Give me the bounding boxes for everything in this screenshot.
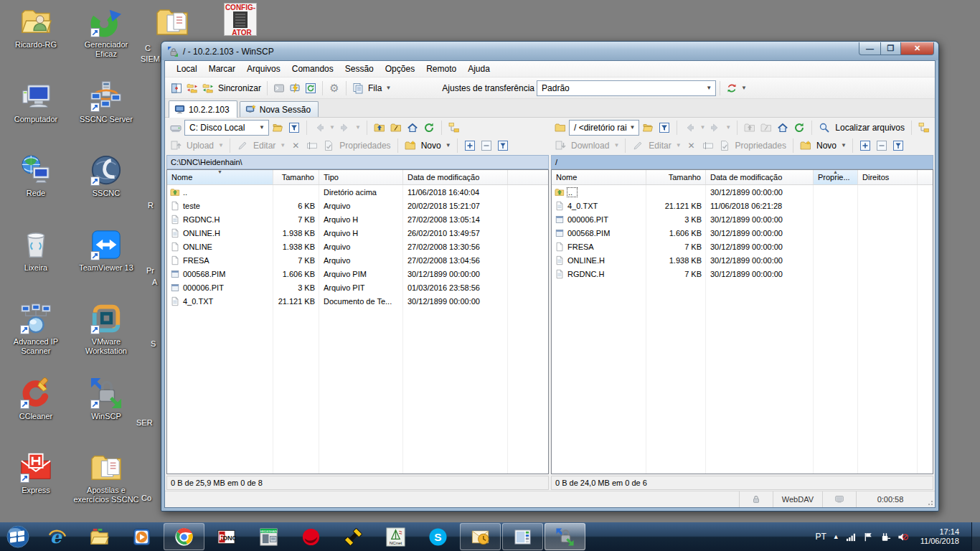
synchronize-icon[interactable] [200, 80, 216, 96]
local-file-row-000568-pim[interactable]: 000568.PIM1.606 KBArquivo PIM30/12/1899 … [167, 267, 548, 281]
refresh-icon[interactable] [421, 120, 437, 136]
home-directory-icon[interactable] [405, 120, 420, 136]
remote-column-header-data-de-modifica-o[interactable]: Data de modificação [706, 170, 814, 184]
session-tab-10-2-2-103[interactable]: 10.2.2.103 [169, 100, 237, 118]
taskbar-internet-explorer[interactable]: e [37, 523, 77, 550]
back-icon[interactable] [311, 120, 327, 136]
taskbar-rgdnc[interactable]: RDNC [206, 523, 247, 550]
maximize-button[interactable]: ❐ [881, 42, 900, 55]
select-icon[interactable] [462, 138, 478, 154]
close-button[interactable]: ✕ [900, 42, 934, 55]
desktop-icon-vmware-workstation[interactable]: VMware Workstation [73, 302, 139, 356]
volume-muted-icon[interactable] [897, 532, 908, 542]
taskbar-outlook[interactable] [460, 523, 501, 550]
remote-tree-icon[interactable] [916, 120, 932, 136]
console-icon[interactable] [271, 80, 287, 96]
desktop-icon-sscnc[interactable]: SSCNC [73, 154, 139, 198]
desktop-icon-rede[interactable]: Rede [3, 154, 69, 198]
local-file-row-[interactable]: ..Diretório acima11/06/2018 16:40:04 [167, 185, 548, 199]
local-drive-combo[interactable]: C: Disco Local ▼ [184, 120, 269, 136]
local-file-row-4-0-txt[interactable]: 4_0.TXT21.121 KBDocumento de Te...30/12/… [167, 294, 548, 308]
remote-file-row-fresa[interactable]: FRESA7 KB30/12/1899 00:00:00 [552, 240, 933, 253]
remote-directory-combo[interactable]: / <diretório rai ▼ [569, 120, 639, 136]
local-file-row-online[interactable]: ONLINE1.938 KBArquivo27/02/2008 13:30:56 [167, 240, 548, 253]
signal-strength-icon[interactable] [846, 532, 857, 542]
menu-sess-o[interactable]: Sessão [339, 62, 380, 75]
remote-home-directory-icon[interactable] [775, 120, 791, 136]
remote-properties-button[interactable]: Propriedades [733, 141, 788, 151]
language-indicator[interactable]: PT [815, 532, 826, 542]
menu-arquivos[interactable]: Arquivos [241, 62, 286, 75]
remote-column-header-tamanho[interactable]: Tamanho [646, 170, 706, 184]
remote-file-row-online-h[interactable]: ONLINE.H1.938 KB30/12/1899 00:00:00 [552, 253, 933, 267]
desktop-icon-teamviewer-13[interactable]: TeamViewer 13 [73, 228, 139, 273]
menu-comandos[interactable]: Comandos [286, 62, 339, 75]
desktop-icon-configurator[interactable]: CONFIG-ATOR [223, 2, 258, 37]
clock[interactable]: 17:14 11/06/2018 [920, 527, 959, 546]
remote-delete-icon[interactable]: ✕ [684, 138, 699, 154]
filter-icon[interactable] [286, 120, 302, 136]
menu-op-es[interactable]: Opções [380, 62, 420, 75]
taskbar-heidenhain[interactable]: HEIDENHAIN [248, 523, 289, 550]
transfer-sync-dropdown-arrow[interactable]: ▼ [740, 85, 748, 91]
synchronize-button[interactable]: Sincronizar [216, 83, 263, 93]
desktop-icon-apostilas-e-exerc-cios-sscnc[interactable]: Apostilas e exercícios SSCNC [73, 451, 139, 504]
local-column-header-nome[interactable]: ▼Nome [167, 170, 273, 184]
remote-edit-button[interactable]: Editar [646, 141, 673, 151]
find-files-button[interactable]: Localizar arquivos [833, 123, 907, 133]
new-button[interactable]: Novo [419, 141, 443, 151]
desktop-icon-ricardo-rg[interactable]: Ricardo-RG [3, 5, 69, 50]
remote-unselect-icon[interactable] [874, 138, 890, 154]
taskbar-winscp[interactable] [545, 523, 585, 550]
refresh-panels-icon[interactable] [303, 80, 319, 96]
parent-directory-icon[interactable] [372, 120, 387, 136]
settings-gear-icon[interactable]: ⚙ [326, 80, 342, 96]
minimize-button[interactable]: — [859, 42, 881, 55]
session-tab-nova-sess-o[interactable]: Nova Sessão [240, 101, 319, 117]
delete-icon[interactable]: ✕ [288, 138, 303, 154]
tree-icon[interactable] [446, 120, 462, 136]
remote-back-icon[interactable] [682, 120, 697, 136]
open-directory-icon[interactable] [270, 120, 286, 136]
taskbar-tool-app[interactable] [333, 523, 374, 550]
invert-selection-icon[interactable] [495, 138, 511, 154]
remote-open-directory-icon[interactable] [640, 120, 656, 136]
remote-rename-icon[interactable] [700, 138, 716, 154]
taskbar-windows-explorer[interactable] [79, 523, 120, 550]
taskbar-skype[interactable]: S [418, 523, 458, 550]
remote-file-row-4-0-txt[interactable]: 4_0.TXT21.121 KB11/06/2018 06:21:28 [552, 199, 933, 212]
remote-file-row-[interactable]: ..30/12/1899 00:00:00 [552, 185, 933, 199]
local-file-row-000006-pit[interactable]: 000006.PIT3 KBArquivo PIT01/03/2016 23:5… [167, 281, 548, 294]
remote-file-row-000568-pim[interactable]: 000568.PIM1.606 KB30/12/1899 00:00:00 [552, 226, 933, 240]
transfer-settings-combo[interactable]: Padrão ▼ [537, 80, 716, 96]
download-button[interactable]: Download [569, 141, 611, 151]
remote-file-row-rgdnc-h[interactable]: RGDNC.H7 KB30/12/1899 00:00:00 [552, 267, 933, 281]
local-column-header-data-de-modifica-o[interactable]: Data de modificação [403, 170, 508, 184]
root-directory-icon[interactable] [388, 120, 404, 136]
rename-icon[interactable] [304, 138, 320, 154]
remote-column-header-nome[interactable]: Nome [552, 170, 646, 184]
taskbar-red-app[interactable] [291, 523, 331, 550]
remote-path-bar[interactable]: / [551, 155, 933, 169]
show-hidden-icons-chevron[interactable]: ▲ [833, 533, 839, 540]
synchronize-browsing-icon[interactable] [184, 80, 200, 96]
protocol-status[interactable]: WebDAV [773, 491, 822, 507]
queue-button[interactable]: Fila [366, 83, 384, 93]
show-desktop-button[interactable] [971, 522, 980, 551]
desktop-icon-sscnc-server[interactable]: SSCNC Server [73, 80, 139, 124]
local-file-row-online-h[interactable]: ONLINE.H1.938 KBArquivo H26/02/2010 13:4… [167, 226, 548, 240]
queue-dropdown-arrow[interactable]: ▼ [384, 85, 392, 91]
forward-icon[interactable] [337, 120, 353, 136]
remote-column-header-direitos[interactable]: Direitos [858, 170, 918, 184]
upload-button[interactable]: Upload [184, 141, 216, 151]
desktop-icon-winscp[interactable]: WinSCP [73, 377, 139, 421]
remote-root-directory-icon[interactable] [758, 120, 774, 136]
remote-forward-icon[interactable] [707, 120, 723, 136]
start-button[interactable] [1, 523, 35, 550]
desktop-icon-express[interactable]: Express [3, 451, 69, 495]
taskbar-chrome[interactable] [164, 523, 204, 550]
preferences-panels-icon[interactable] [169, 80, 184, 96]
menu-remoto[interactable]: Remoto [420, 62, 462, 75]
desktop-icon-advanced-ip-scanner[interactable]: Advanced IP Scanner [3, 302, 69, 356]
unselect-icon[interactable] [479, 138, 494, 154]
